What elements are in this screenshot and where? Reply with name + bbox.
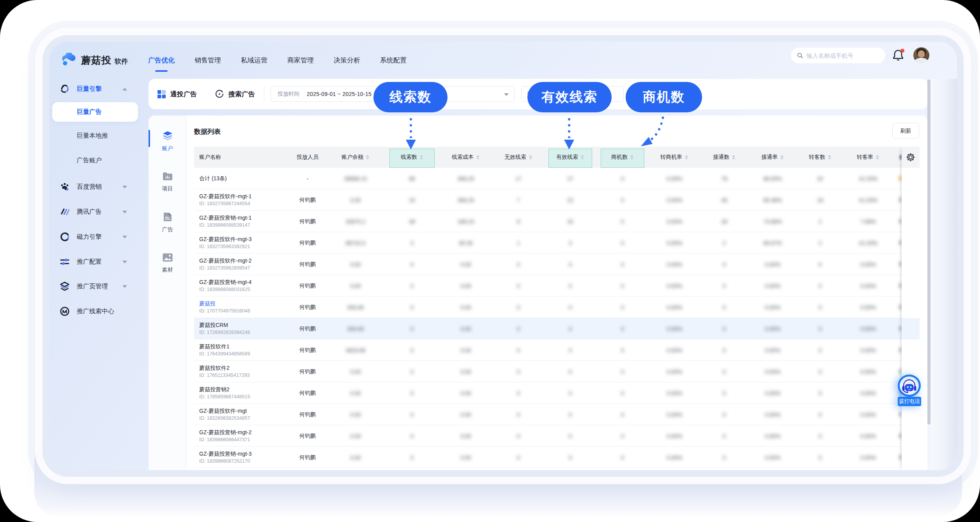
cell-metric: 0	[493, 425, 544, 447]
rail-item-1[interactable]: 账户	[149, 124, 186, 158]
cell-metric: 0.00%	[649, 339, 700, 361]
cell-metric: 0.00	[326, 254, 385, 275]
nav-item-5[interactable]: 决策分析	[334, 53, 360, 68]
cell-owner: -	[289, 168, 326, 189]
sidebar-item-4[interactable]: 广告账户	[49, 151, 149, 170]
nav-item-6[interactable]: 系统配置	[380, 53, 407, 68]
sidebar-item-2[interactable]: 巨量广告	[52, 102, 138, 122]
column-header-6[interactable]: 无效线索	[493, 147, 544, 168]
cell-metric: 73.68%	[748, 211, 797, 232]
sort-icon[interactable]	[529, 155, 532, 160]
table-row-6[interactable]: 蘑菇投ID: 1707704975916048何钧鹏306.6600.00000…	[194, 297, 920, 318]
sort-icon[interactable]	[420, 155, 423, 160]
sort-icon[interactable]	[876, 155, 879, 160]
cell-metric: 0	[544, 318, 596, 339]
rail-item-4[interactable]: 素材	[149, 246, 186, 280]
cell-metric: 0	[385, 318, 439, 339]
cell-metric: 0	[700, 254, 748, 275]
sidebar-group-7[interactable]: 磁力引擎	[49, 227, 149, 247]
cell-owner: 何钧鹏	[289, 425, 326, 447]
sidebar-item-3[interactable]: 巨量本地推	[49, 126, 149, 146]
sort-icon[interactable]	[476, 155, 480, 160]
account-id: ID: 1839866088031625	[199, 287, 250, 293]
cell-metric: 0.00%	[748, 275, 797, 297]
cell-metric: 0.00%	[649, 211, 700, 232]
cell-metric: 0	[385, 297, 439, 318]
column-header-9[interactable]: 转商机率	[649, 147, 700, 168]
table-row-10[interactable]: 蘑菇投营销2ID: 1785859867448515何钧鹏0.0000.0000…	[194, 382, 920, 404]
nav-item-3[interactable]: 私域运营	[241, 53, 267, 68]
cell-metric: 0	[596, 447, 649, 468]
table-total-row[interactable]: 合计 (13条)-38888.1586368.25172700.00%7888.…	[194, 168, 920, 189]
column-header-8[interactable]: 商机数	[596, 147, 649, 168]
filter-select[interactable]	[439, 86, 515, 102]
notification-bell[interactable]	[892, 49, 905, 62]
account-name-link[interactable]: 蘑菇投	[199, 300, 216, 307]
cell-metric: 0.00%	[844, 254, 893, 275]
cell-metric: 0.00%	[649, 254, 700, 275]
cell-metric: 0.00	[439, 361, 493, 382]
cell-metric: 0.00%	[649, 425, 700, 447]
cell-metric: 46	[700, 189, 748, 211]
refresh-button[interactable]: 刷新	[892, 123, 919, 139]
account-name: GZ-蘑菇投营销-mgt-3	[199, 451, 252, 457]
cell-metric: 0	[385, 404, 439, 425]
sidebar-group-9[interactable]: 推广页管理	[49, 277, 149, 296]
cell-metric: 0	[544, 382, 596, 404]
tab-search-ads[interactable]: 搜索广告	[215, 79, 255, 109]
sidebar-group-6[interactable]: 腾讯广告	[49, 202, 149, 222]
sort-icon[interactable]	[630, 155, 634, 160]
sidebar-group-10[interactable]: 推广线索中心	[49, 302, 149, 321]
sort-icon[interactable]	[732, 155, 736, 160]
column-settings[interactable]	[902, 147, 920, 168]
column-header-5[interactable]: 线索成本	[439, 147, 493, 168]
cell-account-name: 蘑菇投软件1ID: 1764399434856589	[194, 339, 289, 361]
nav-item-4[interactable]: 商家管理	[287, 53, 314, 68]
sidebar-group-8[interactable]: 推广配置	[49, 252, 149, 272]
table-row-1[interactable]: GZ-蘑菇投软件-mgt-1ID: 1832735967244554何钧鹏0.0…	[194, 189, 920, 211]
table-row-5[interactable]: GZ-蘑菇投营销-mgt-4ID: 1839866088031625何钧鹏0.0…	[194, 275, 920, 297]
account-name: GZ-蘑菇投软件-mgt-2	[199, 257, 252, 264]
search-input[interactable]	[807, 52, 879, 59]
sort-icon[interactable]	[828, 155, 831, 160]
table-row-8[interactable]: 蘑菇投软件1ID: 1764399434856589何钧鹏4829.8800.0…	[194, 339, 920, 361]
cell-metric: 0	[493, 254, 544, 275]
table-row-11[interactable]: GZ-蘑菇投软件-mgtID: 1832696382534857何钧鹏0.000…	[194, 404, 920, 425]
sort-icon[interactable]	[780, 155, 784, 160]
sort-icon[interactable]	[581, 155, 584, 160]
user-avatar[interactable]	[913, 47, 929, 63]
rail-item-2[interactable]: 项目	[149, 165, 186, 199]
table-row-2[interactable]: GZ-蘑菇投营销-mgt-1ID: 1839866088539147何钧鹏339…	[194, 211, 920, 232]
table-row-7[interactable]: 蘑菇投CRMID: 1726992928394248何钧鹏306.6600.00…	[194, 318, 920, 339]
call-assistant-button[interactable]: 拨打电话	[898, 375, 921, 407]
nav-item-1[interactable]: 广告优化	[148, 53, 175, 68]
table-row-13[interactable]: GZ-蘑菇投营销-mgt-3ID: 1839866087252170何钧鹏0.0…	[194, 447, 920, 468]
column-header-7[interactable]: 有效线索	[544, 147, 596, 168]
table-row-4[interactable]: GZ-蘑菇投软件-mgt-2ID: 1832735962809547何钧鹏0.0…	[194, 254, 920, 275]
nav-item-2[interactable]: 销售管理	[195, 53, 221, 68]
caret-down-icon	[122, 186, 127, 188]
rail-item-3[interactable]: 广告	[149, 206, 186, 239]
cell-metric: 0	[797, 275, 844, 297]
sort-icon[interactable]	[366, 155, 370, 160]
column-header-10[interactable]: 接通数	[700, 147, 748, 168]
column-header-11[interactable]: 接通率	[748, 147, 797, 168]
cell-account-name: 蘑菇投营销2ID: 1785859867448515	[194, 382, 289, 404]
vertical-scrollbar-thumb[interactable]	[927, 80, 930, 424]
cell-metric: 0	[385, 254, 439, 275]
column-header-12[interactable]: 转客数	[797, 147, 844, 168]
tab-feed-ads[interactable]: 通投广告	[157, 79, 197, 109]
global-search[interactable]	[791, 48, 885, 63]
cell-metric: 0	[596, 404, 649, 425]
sidebar-group-1[interactable]: 巨量引擎	[49, 79, 149, 99]
column-header-13[interactable]: 转客率	[844, 147, 893, 168]
sidebar-group-5[interactable]: 百度营销	[49, 177, 149, 197]
table-row-12[interactable]: GZ-蘑菇投营销-mgt-2ID: 1839866086447371何钧鹏0.0…	[194, 425, 920, 447]
table-row-9[interactable]: 蘑菇投软件2ID: 1765113345417293何钧鹏0.0000.0000…	[194, 361, 920, 382]
cell-metric: 0	[596, 382, 649, 404]
column-header-3[interactable]: 账户余额	[326, 147, 385, 168]
table-row-3[interactable]: GZ-蘑菇投软件-mgt-3ID: 1832735963382921何钧鹏887…	[194, 232, 920, 254]
sort-icon[interactable]	[685, 155, 688, 160]
cell-metric: 17	[493, 168, 544, 189]
column-header-4[interactable]: 线索数	[385, 147, 439, 168]
